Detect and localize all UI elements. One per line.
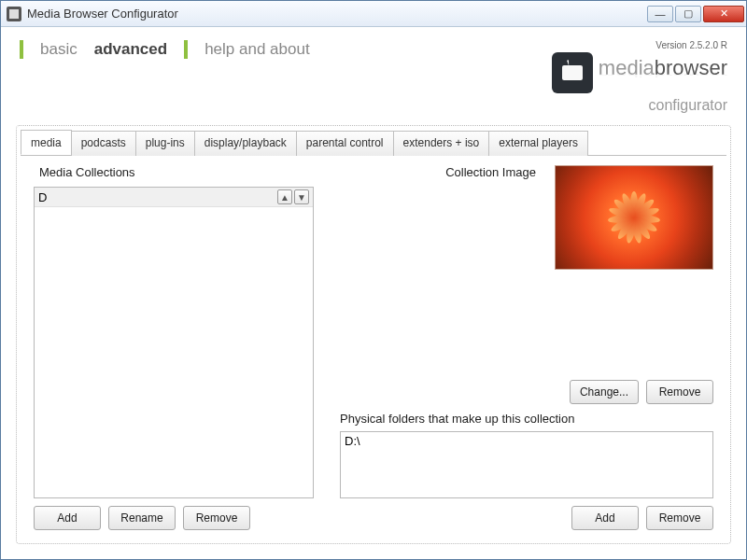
list-item[interactable]: D:\ — [345, 434, 709, 448]
collection-image-label: Collection Image — [445, 165, 536, 179]
add-folder-button[interactable]: Add — [571, 506, 639, 530]
tab-plugins[interactable]: plug-ins — [135, 131, 195, 156]
app-window: Media Browser Configurator — ▢ ✕ basic a… — [0, 0, 747, 560]
collection-image-preview — [555, 165, 713, 270]
remove-image-button[interactable]: Remove — [646, 380, 713, 404]
brand-subtitle: configurator — [649, 97, 728, 114]
titlebar[interactable]: Media Browser Configurator — ▢ ✕ — [1, 1, 746, 27]
change-image-button[interactable]: Change... — [570, 380, 639, 404]
physical-folders-listbox[interactable]: D:\ — [340, 431, 713, 498]
add-collection-button[interactable]: Add — [34, 506, 101, 530]
close-button[interactable]: ✕ — [703, 6, 744, 22]
window-title: Media Browser Configurator — [27, 7, 647, 21]
nav-help[interactable]: help and about — [204, 40, 310, 59]
header: basic advanced help and about Version 2.… — [1, 27, 746, 119]
move-down-icon[interactable]: ▼ — [294, 189, 309, 204]
app-icon — [7, 7, 21, 21]
branding: Version 2.5.2.0 R mediabrowser mediabrow… — [552, 40, 727, 114]
content-area: media podcasts plug-ins display/playback… — [16, 125, 731, 544]
move-up-icon[interactable]: ▲ — [277, 189, 292, 204]
version-label: Version 2.5.2.0 R — [655, 40, 727, 50]
rename-collection-button[interactable]: Rename — [108, 506, 176, 530]
collections-listbox[interactable]: D ▲ ▼ — [34, 187, 314, 498]
tab-media[interactable]: media — [21, 130, 72, 155]
nav-separator-icon — [184, 40, 188, 59]
tab-podcasts[interactable]: podcasts — [71, 131, 136, 156]
maximize-button[interactable]: ▢ — [675, 6, 701, 22]
remove-folder-button[interactable]: Remove — [646, 506, 713, 530]
physical-folders-label: Physical folders that make up this colle… — [340, 412, 713, 426]
tab-extenders[interactable]: extenders + iso — [393, 131, 490, 156]
nav-advanced[interactable]: advanced — [94, 40, 167, 59]
tab-strip: media podcasts plug-ins display/playback… — [21, 130, 726, 156]
remove-collection-button[interactable]: Remove — [183, 506, 250, 530]
list-item[interactable]: D ▲ ▼ — [35, 188, 313, 207]
nav-basic[interactable]: basic — [40, 40, 78, 59]
tab-external[interactable]: external players — [488, 131, 588, 156]
minimize-button[interactable]: — — [647, 6, 673, 22]
tab-parental[interactable]: parental control — [296, 131, 394, 156]
collections-label: Media Collections — [34, 165, 314, 179]
media-panel: Media Collections D ▲ ▼ Collection Image — [21, 156, 726, 539]
nav-separator-icon — [20, 40, 23, 59]
logo-icon — [552, 52, 593, 93]
tab-display[interactable]: display/playback — [194, 131, 297, 156]
list-item-label: D — [38, 190, 275, 204]
